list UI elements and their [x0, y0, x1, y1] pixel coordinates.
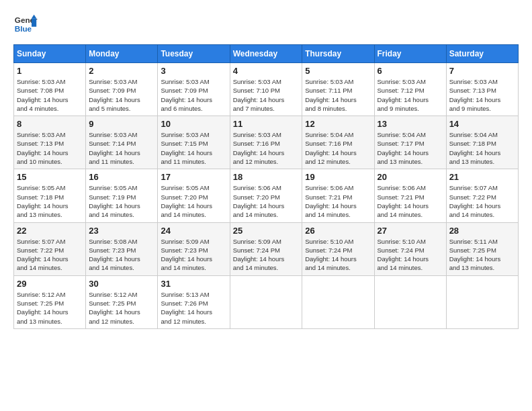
day-number: 23	[89, 226, 154, 236]
day-number: 20	[378, 172, 443, 182]
day-info: Sunrise: 5:07 AMSunset: 7:22 PMDaylight:…	[17, 237, 83, 273]
day-info: Sunrise: 5:13 AMSunset: 7:26 PMDaylight:…	[161, 290, 226, 326]
day-info: Sunrise: 5:03 AMSunset: 7:15 PMDaylight:…	[161, 130, 226, 166]
day-info: Sunrise: 5:03 AMSunset: 7:13 PMDaylight:…	[449, 77, 515, 113]
day-info: Sunrise: 5:04 AMSunset: 7:18 PMDaylight:…	[449, 130, 515, 166]
calendar-week-row: 22Sunrise: 5:07 AMSunset: 7:22 PMDayligh…	[14, 222, 519, 275]
day-number: 2	[89, 66, 154, 76]
header-monday: Monday	[86, 45, 158, 63]
calendar-cell: 11Sunrise: 5:03 AMSunset: 7:16 PMDayligh…	[230, 116, 302, 169]
calendar-week-row: 8Sunrise: 5:03 AMSunset: 7:13 PMDaylight…	[14, 116, 519, 169]
calendar-cell	[446, 275, 518, 328]
day-number: 18	[233, 172, 300, 182]
day-info: Sunrise: 5:03 AMSunset: 7:13 PMDaylight:…	[17, 130, 83, 166]
day-info: Sunrise: 5:05 AMSunset: 7:19 PMDaylight:…	[89, 183, 154, 219]
calendar-cell: 10Sunrise: 5:03 AMSunset: 7:15 PMDayligh…	[158, 116, 230, 169]
day-info: Sunrise: 5:03 AMSunset: 7:09 PMDaylight:…	[89, 77, 154, 113]
day-number: 10	[161, 119, 226, 129]
day-number: 7	[449, 66, 515, 76]
day-number: 4	[233, 66, 300, 76]
calendar-header-row: Sunday Monday Tuesday Wednesday Thursday…	[14, 45, 519, 63]
day-number: 28	[449, 226, 515, 236]
day-number: 26	[305, 226, 371, 236]
day-info: Sunrise: 5:03 AMSunset: 7:08 PMDaylight:…	[17, 77, 83, 113]
day-info: Sunrise: 5:07 AMSunset: 7:22 PMDaylight:…	[449, 183, 515, 219]
day-number: 30	[89, 279, 154, 289]
calendar-cell: 18Sunrise: 5:06 AMSunset: 7:20 PMDayligh…	[230, 169, 302, 222]
day-number: 5	[305, 66, 371, 76]
day-info: Sunrise: 5:04 AMSunset: 7:16 PMDaylight:…	[305, 130, 371, 166]
day-number: 13	[378, 119, 443, 129]
day-info: Sunrise: 5:05 AMSunset: 7:20 PMDaylight:…	[161, 183, 226, 219]
header-sunday: Sunday	[14, 45, 86, 63]
day-number: 12	[305, 119, 371, 129]
day-number: 17	[161, 172, 226, 182]
page-header: General Blue	[13, 13, 519, 38]
calendar-cell: 24Sunrise: 5:09 AMSunset: 7:23 PMDayligh…	[158, 222, 230, 275]
calendar-cell	[374, 275, 446, 328]
calendar-cell	[302, 275, 374, 328]
calendar-cell: 13Sunrise: 5:04 AMSunset: 7:17 PMDayligh…	[374, 116, 446, 169]
calendar-cell: 1Sunrise: 5:03 AMSunset: 7:08 PMDaylight…	[14, 63, 86, 116]
svg-marker-2	[32, 18, 36, 27]
day-number: 22	[17, 226, 83, 236]
day-info: Sunrise: 5:03 AMSunset: 7:09 PMDaylight:…	[161, 77, 226, 113]
header-saturday: Saturday	[446, 45, 518, 63]
calendar-cell: 25Sunrise: 5:09 AMSunset: 7:24 PMDayligh…	[230, 222, 302, 275]
calendar-cell: 27Sunrise: 5:10 AMSunset: 7:24 PMDayligh…	[374, 222, 446, 275]
header-wednesday: Wednesday	[230, 45, 302, 63]
calendar-cell: 5Sunrise: 5:03 AMSunset: 7:11 PMDaylight…	[302, 63, 374, 116]
calendar-cell: 31Sunrise: 5:13 AMSunset: 7:26 PMDayligh…	[158, 275, 230, 328]
calendar-cell: 8Sunrise: 5:03 AMSunset: 7:13 PMDaylight…	[14, 116, 86, 169]
day-number: 14	[449, 119, 515, 129]
day-number: 19	[305, 172, 371, 182]
calendar-week-row: 1Sunrise: 5:03 AMSunset: 7:08 PMDaylight…	[14, 63, 519, 116]
calendar-cell: 29Sunrise: 5:12 AMSunset: 7:25 PMDayligh…	[14, 275, 86, 328]
calendar-cell: 21Sunrise: 5:07 AMSunset: 7:22 PMDayligh…	[446, 169, 518, 222]
calendar-cell: 19Sunrise: 5:06 AMSunset: 7:21 PMDayligh…	[302, 169, 374, 222]
day-info: Sunrise: 5:12 AMSunset: 7:25 PMDaylight:…	[17, 290, 83, 326]
calendar-cell: 16Sunrise: 5:05 AMSunset: 7:19 PMDayligh…	[86, 169, 158, 222]
calendar-cell: 22Sunrise: 5:07 AMSunset: 7:22 PMDayligh…	[14, 222, 86, 275]
calendar-week-row: 15Sunrise: 5:05 AMSunset: 7:18 PMDayligh…	[14, 169, 519, 222]
day-number: 11	[233, 119, 300, 129]
day-number: 6	[378, 66, 443, 76]
calendar-cell	[230, 275, 302, 328]
day-info: Sunrise: 5:10 AMSunset: 7:24 PMDaylight:…	[378, 237, 443, 273]
header-friday: Friday	[374, 45, 446, 63]
day-info: Sunrise: 5:06 AMSunset: 7:20 PMDaylight:…	[233, 183, 300, 219]
calendar-cell: 28Sunrise: 5:11 AMSunset: 7:25 PMDayligh…	[446, 222, 518, 275]
calendar-cell: 17Sunrise: 5:05 AMSunset: 7:20 PMDayligh…	[158, 169, 230, 222]
day-number: 8	[17, 119, 83, 129]
calendar-cell: 6Sunrise: 5:03 AMSunset: 7:12 PMDaylight…	[374, 63, 446, 116]
day-info: Sunrise: 5:03 AMSunset: 7:10 PMDaylight:…	[233, 77, 300, 113]
header-tuesday: Tuesday	[158, 45, 230, 63]
logo-icon: General Blue	[13, 13, 38, 38]
calendar-week-row: 29Sunrise: 5:12 AMSunset: 7:25 PMDayligh…	[14, 275, 519, 328]
header-thursday: Thursday	[302, 45, 374, 63]
calendar-cell: 7Sunrise: 5:03 AMSunset: 7:13 PMDaylight…	[446, 63, 518, 116]
day-info: Sunrise: 5:06 AMSunset: 7:21 PMDaylight:…	[305, 183, 371, 219]
day-info: Sunrise: 5:11 AMSunset: 7:25 PMDaylight:…	[449, 237, 515, 273]
day-number: 31	[161, 279, 226, 289]
calendar-cell: 9Sunrise: 5:03 AMSunset: 7:14 PMDaylight…	[86, 116, 158, 169]
day-info: Sunrise: 5:03 AMSunset: 7:11 PMDaylight:…	[305, 77, 371, 113]
calendar-cell: 3Sunrise: 5:03 AMSunset: 7:09 PMDaylight…	[158, 63, 230, 116]
day-info: Sunrise: 5:09 AMSunset: 7:23 PMDaylight:…	[161, 237, 226, 273]
day-info: Sunrise: 5:10 AMSunset: 7:24 PMDaylight:…	[305, 237, 371, 273]
day-info: Sunrise: 5:03 AMSunset: 7:16 PMDaylight:…	[233, 130, 300, 166]
day-info: Sunrise: 5:04 AMSunset: 7:17 PMDaylight:…	[378, 130, 443, 166]
calendar-cell: 2Sunrise: 5:03 AMSunset: 7:09 PMDaylight…	[86, 63, 158, 116]
day-number: 25	[233, 226, 300, 236]
logo: General Blue	[13, 13, 42, 38]
day-number: 24	[161, 226, 226, 236]
day-number: 9	[89, 119, 154, 129]
calendar-cell: 12Sunrise: 5:04 AMSunset: 7:16 PMDayligh…	[302, 116, 374, 169]
day-info: Sunrise: 5:06 AMSunset: 7:21 PMDaylight:…	[378, 183, 443, 219]
day-number: 21	[449, 172, 515, 182]
day-number: 1	[17, 66, 83, 76]
day-info: Sunrise: 5:05 AMSunset: 7:18 PMDaylight:…	[17, 183, 83, 219]
calendar-cell: 30Sunrise: 5:12 AMSunset: 7:25 PMDayligh…	[86, 275, 158, 328]
svg-text:Blue: Blue	[15, 24, 32, 33]
calendar-cell: 15Sunrise: 5:05 AMSunset: 7:18 PMDayligh…	[14, 169, 86, 222]
